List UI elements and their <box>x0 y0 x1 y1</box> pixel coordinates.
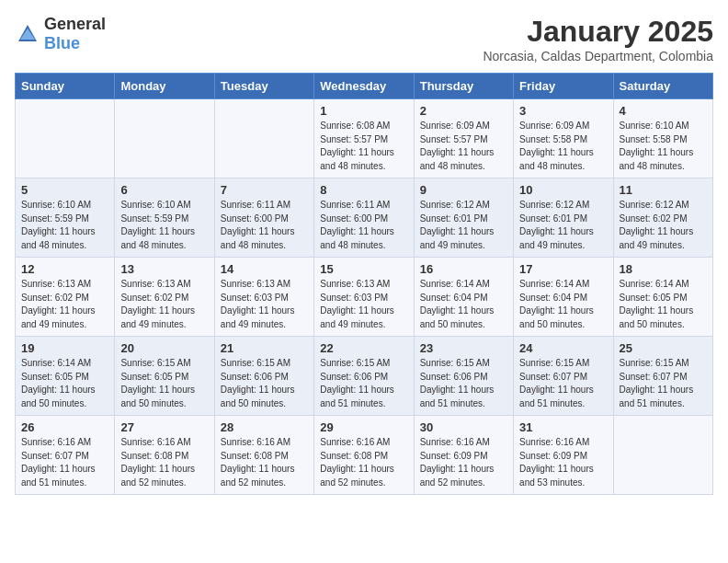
svg-marker-1 <box>20 29 35 40</box>
calendar-cell: 18Sunrise: 6:14 AM Sunset: 6:05 PM Dayli… <box>613 258 712 337</box>
day-info: Sunrise: 6:16 AM Sunset: 6:08 PM Dayligh… <box>120 436 208 489</box>
day-info: Sunrise: 6:14 AM Sunset: 6:04 PM Dayligh… <box>420 278 507 331</box>
calendar-cell: 30Sunrise: 6:16 AM Sunset: 6:09 PM Dayli… <box>414 416 513 495</box>
day-info: Sunrise: 6:16 AM Sunset: 6:08 PM Dayligh… <box>320 436 407 489</box>
calendar-cell: 1Sunrise: 6:08 AM Sunset: 5:57 PM Daylig… <box>314 99 414 178</box>
weekday-header: Thursday <box>414 74 513 99</box>
day-number: 2 <box>420 104 507 118</box>
day-info: Sunrise: 6:12 AM Sunset: 6:01 PM Dayligh… <box>420 199 507 252</box>
weekday-header: Sunday <box>16 74 115 99</box>
day-info: Sunrise: 6:14 AM Sunset: 6:05 PM Dayligh… <box>21 357 108 410</box>
day-info: Sunrise: 6:13 AM Sunset: 6:03 PM Dayligh… <box>320 278 407 331</box>
day-info: Sunrise: 6:09 AM Sunset: 5:57 PM Dayligh… <box>420 120 507 173</box>
calendar-cell <box>16 99 115 178</box>
day-info: Sunrise: 6:10 AM Sunset: 5:59 PM Dayligh… <box>21 199 108 252</box>
day-info: Sunrise: 6:09 AM Sunset: 5:58 PM Dayligh… <box>519 120 607 173</box>
day-info: Sunrise: 6:11 AM Sunset: 6:00 PM Dayligh… <box>221 199 308 252</box>
day-info: Sunrise: 6:13 AM Sunset: 6:02 PM Dayligh… <box>120 278 208 331</box>
calendar-cell: 26Sunrise: 6:16 AM Sunset: 6:07 PM Dayli… <box>16 416 115 495</box>
calendar-cell: 24Sunrise: 6:15 AM Sunset: 6:07 PM Dayli… <box>514 337 613 416</box>
day-number: 11 <box>620 183 707 197</box>
logo-blue: Blue <box>44 34 80 52</box>
day-number: 24 <box>519 341 607 355</box>
calendar-cell: 28Sunrise: 6:16 AM Sunset: 6:08 PM Dayli… <box>214 416 313 495</box>
day-number: 25 <box>620 341 707 355</box>
weekday-header: Saturday <box>613 74 712 99</box>
calendar-week-row: 26Sunrise: 6:16 AM Sunset: 6:07 PM Dayli… <box>16 416 713 495</box>
day-number: 13 <box>120 262 208 276</box>
calendar-cell <box>115 99 214 178</box>
calendar-cell: 7Sunrise: 6:11 AM Sunset: 6:00 PM Daylig… <box>214 178 313 258</box>
calendar-table: SundayMondayTuesdayWednesdayThursdayFrid… <box>15 73 713 495</box>
calendar-week-row: 19Sunrise: 6:14 AM Sunset: 6:05 PM Dayli… <box>16 337 713 416</box>
day-number: 12 <box>21 262 108 276</box>
day-number: 3 <box>519 104 607 118</box>
day-info: Sunrise: 6:11 AM Sunset: 6:00 PM Dayligh… <box>320 199 407 252</box>
day-number: 23 <box>420 341 507 355</box>
day-info: Sunrise: 6:12 AM Sunset: 6:01 PM Dayligh… <box>519 199 607 252</box>
calendar-week-row: 1Sunrise: 6:08 AM Sunset: 5:57 PM Daylig… <box>16 99 713 178</box>
weekday-header: Tuesday <box>214 74 313 99</box>
day-info: Sunrise: 6:10 AM Sunset: 5:58 PM Dayligh… <box>620 120 707 173</box>
calendar-cell: 22Sunrise: 6:15 AM Sunset: 6:06 PM Dayli… <box>314 337 414 416</box>
day-number: 8 <box>320 183 407 197</box>
day-number: 28 <box>221 420 308 434</box>
day-info: Sunrise: 6:15 AM Sunset: 6:05 PM Dayligh… <box>120 357 208 410</box>
day-number: 30 <box>420 420 507 434</box>
calendar-cell: 27Sunrise: 6:16 AM Sunset: 6:08 PM Dayli… <box>115 416 214 495</box>
day-number: 16 <box>420 262 507 276</box>
day-info: Sunrise: 6:15 AM Sunset: 6:07 PM Dayligh… <box>620 357 707 410</box>
day-number: 14 <box>221 262 308 276</box>
day-number: 5 <box>21 183 108 197</box>
calendar-cell: 25Sunrise: 6:15 AM Sunset: 6:07 PM Dayli… <box>613 337 712 416</box>
day-number: 9 <box>420 183 507 197</box>
day-info: Sunrise: 6:16 AM Sunset: 6:09 PM Dayligh… <box>420 436 507 489</box>
weekday-header-row: SundayMondayTuesdayWednesdayThursdayFrid… <box>16 74 713 99</box>
day-info: Sunrise: 6:15 AM Sunset: 6:07 PM Dayligh… <box>519 357 607 410</box>
calendar-cell: 29Sunrise: 6:16 AM Sunset: 6:08 PM Dayli… <box>314 416 414 495</box>
calendar-cell: 15Sunrise: 6:13 AM Sunset: 6:03 PM Dayli… <box>314 258 414 337</box>
day-info: Sunrise: 6:13 AM Sunset: 6:02 PM Dayligh… <box>21 278 108 331</box>
day-number: 20 <box>120 341 208 355</box>
day-number: 6 <box>120 183 208 197</box>
calendar-cell: 20Sunrise: 6:15 AM Sunset: 6:05 PM Dayli… <box>115 337 214 416</box>
day-number: 18 <box>620 262 707 276</box>
logo: General Blue <box>15 15 106 53</box>
calendar-cell: 14Sunrise: 6:13 AM Sunset: 6:03 PM Dayli… <box>214 258 313 337</box>
day-number: 22 <box>320 341 407 355</box>
day-info: Sunrise: 6:15 AM Sunset: 6:06 PM Dayligh… <box>221 357 308 410</box>
calendar-cell: 9Sunrise: 6:12 AM Sunset: 6:01 PM Daylig… <box>414 178 513 258</box>
calendar-cell: 6Sunrise: 6:10 AM Sunset: 5:59 PM Daylig… <box>115 178 214 258</box>
calendar-cell: 16Sunrise: 6:14 AM Sunset: 6:04 PM Dayli… <box>414 258 513 337</box>
day-number: 26 <box>21 420 108 434</box>
calendar-cell: 10Sunrise: 6:12 AM Sunset: 6:01 PM Dayli… <box>514 178 613 258</box>
day-number: 19 <box>21 341 108 355</box>
day-info: Sunrise: 6:10 AM Sunset: 5:59 PM Dayligh… <box>120 199 208 252</box>
calendar-cell: 23Sunrise: 6:15 AM Sunset: 6:06 PM Dayli… <box>414 337 513 416</box>
day-info: Sunrise: 6:15 AM Sunset: 6:06 PM Dayligh… <box>320 357 407 410</box>
day-number: 27 <box>120 420 208 434</box>
logo-general: General <box>44 15 106 33</box>
logo-icon <box>15 21 40 47</box>
day-info: Sunrise: 6:08 AM Sunset: 5:57 PM Dayligh… <box>320 120 407 173</box>
calendar-cell: 21Sunrise: 6:15 AM Sunset: 6:06 PM Dayli… <box>214 337 313 416</box>
calendar-cell <box>613 416 712 495</box>
day-info: Sunrise: 6:16 AM Sunset: 6:08 PM Dayligh… <box>221 436 308 489</box>
day-number: 4 <box>620 104 707 118</box>
calendar-cell: 3Sunrise: 6:09 AM Sunset: 5:58 PM Daylig… <box>514 99 613 178</box>
day-info: Sunrise: 6:16 AM Sunset: 6:09 PM Dayligh… <box>519 436 607 489</box>
page-header: General Blue January 2025 Norcasia, Cald… <box>15 15 713 63</box>
title-block: January 2025 Norcasia, Caldas Department… <box>483 15 713 63</box>
calendar-cell <box>214 99 313 178</box>
day-info: Sunrise: 6:12 AM Sunset: 6:02 PM Dayligh… <box>620 199 707 252</box>
calendar-cell: 13Sunrise: 6:13 AM Sunset: 6:02 PM Dayli… <box>115 258 214 337</box>
day-number: 21 <box>221 341 308 355</box>
day-info: Sunrise: 6:15 AM Sunset: 6:06 PM Dayligh… <box>420 357 507 410</box>
calendar-cell: 17Sunrise: 6:14 AM Sunset: 6:04 PM Dayli… <box>514 258 613 337</box>
day-number: 7 <box>221 183 308 197</box>
calendar-cell: 12Sunrise: 6:13 AM Sunset: 6:02 PM Dayli… <box>16 258 115 337</box>
calendar-cell: 31Sunrise: 6:16 AM Sunset: 6:09 PM Dayli… <box>514 416 613 495</box>
month-year-title: January 2025 <box>483 15 713 49</box>
day-info: Sunrise: 6:14 AM Sunset: 6:04 PM Dayligh… <box>519 278 607 331</box>
calendar-cell: 19Sunrise: 6:14 AM Sunset: 6:05 PM Dayli… <box>16 337 115 416</box>
